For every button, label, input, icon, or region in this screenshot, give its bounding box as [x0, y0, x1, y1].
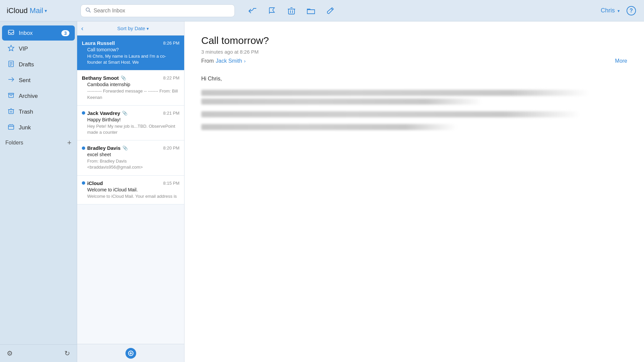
sort-label-text: Sort by Date [117, 25, 145, 31]
sidebar-item-trash[interactable]: Trash [2, 104, 75, 119]
sidebar-junk-label: Junk [19, 124, 69, 131]
email-subject-4: excel sheet [82, 152, 179, 157]
sidebar-trash-label: Trash [19, 109, 69, 115]
email-subject-3: Happy Birthday! [82, 117, 179, 122]
sidebar-item-sent[interactable]: Sent [2, 73, 75, 88]
top-right: Chris ▾ ? [601, 6, 644, 15]
detail-timestamp: 3 minutes ago at 8:26 PM [201, 49, 627, 55]
more-link[interactable]: More [615, 58, 627, 64]
user-menu[interactable]: Chris ▾ [601, 7, 620, 14]
sidebar-bottom: ⚙ ↻ [0, 344, 77, 362]
attachment-icon-3: 📎 [122, 111, 127, 116]
brand-name: iCloud [7, 6, 28, 15]
unread-dot-5 [82, 181, 85, 185]
sort-label[interactable]: Sort by Date ▾ [86, 25, 180, 31]
sent-icon [7, 76, 15, 84]
detail-subject: Call tomorrow? [201, 35, 627, 46]
blurred-line-2 [201, 99, 482, 105]
detail-body: Hi Chris, [201, 74, 627, 137]
sidebar-item-junk[interactable]: Junk [2, 120, 75, 135]
svg-rect-17 [9, 94, 13, 98]
from-chevron[interactable]: › [244, 58, 246, 64]
email-time-1: 8:26 PM [163, 41, 179, 46]
reply-button[interactable] [248, 6, 257, 15]
top-bar: iCloud Mail ▾ [0, 0, 644, 21]
back-arrow[interactable]: ‹ [81, 24, 84, 32]
email-list-header: ‹ Sort by Date ▾ [77, 21, 184, 36]
toolbar-actions [235, 6, 601, 15]
email-list-footer [77, 344, 184, 362]
sidebar-item-drafts[interactable]: Drafts [2, 57, 75, 72]
email-time-2: 8:22 PM [163, 75, 179, 80]
detail-from-row: From Jack Smith › More [201, 58, 627, 64]
app-title: iCloud Mail ▾ [0, 6, 77, 15]
email-preview-4: From: Bradley Davis <braddavis956@gmail.… [82, 158, 179, 170]
sidebar-item-inbox[interactable]: Inbox 3 [2, 25, 75, 41]
from-label: From [201, 58, 214, 64]
detail-greeting: Hi Chris, [201, 74, 627, 83]
email-sender-4: Bradley Davis [87, 145, 120, 151]
email-preview-1: Hi Chris, My name is Laura and I'm a co-… [82, 53, 179, 65]
email-preview-3: Hey Pete! My new job is...TBD. ObservePo… [82, 123, 179, 135]
email-subject-2: Cambodia internship [82, 82, 179, 87]
email-item-3[interactable]: Jack Vawdrey 📎 8:21 PM Happy Birthday! H… [77, 106, 184, 140]
junk-icon [7, 123, 15, 132]
email-time-5: 8:15 PM [163, 181, 179, 186]
search-input[interactable] [94, 8, 230, 14]
blurred-paragraph-3 [201, 124, 627, 130]
compose-bottom-button[interactable] [125, 348, 136, 359]
svg-rect-19 [9, 110, 13, 114]
attachment-icon-2: 📎 [121, 75, 126, 80]
unread-dot-3 [82, 111, 85, 115]
email-preview-2: ---------- Forwarded message -- ------- … [82, 88, 179, 100]
email-subject-5: Welcome to iCloud Mail. [82, 187, 179, 192]
attachment-icon-4: 📎 [122, 145, 128, 150]
add-folder-button[interactable]: + [67, 139, 71, 146]
refresh-icon[interactable]: ↻ [64, 349, 70, 357]
sidebar-nav: Inbox 3 VIP [0, 21, 77, 344]
blurred-line-4 [201, 124, 457, 130]
email-detail: Call tomorrow? 3 minutes ago at 8:26 PM … [184, 21, 644, 362]
settings-icon[interactable]: ⚙ [7, 349, 13, 357]
search-icon [86, 7, 91, 14]
email-sender-3: Jack Vawdrey [87, 110, 120, 116]
flag-button[interactable] [268, 6, 276, 15]
detail-from-left: From Jack Smith › [201, 58, 246, 64]
blurred-line-1 [201, 90, 589, 96]
blurred-paragraph-1 [201, 90, 627, 105]
trash-button[interactable] [287, 6, 296, 15]
email-sender-5: iCloud [87, 180, 103, 186]
svg-line-1 [89, 11, 91, 12]
compose-button[interactable] [326, 6, 335, 15]
email-item-5[interactable]: iCloud 8:15 PM Welcome to iCloud Mail. W… [77, 176, 184, 204]
sidebar-item-archive[interactable]: Archive [2, 88, 75, 104]
main-content: Inbox 3 VIP [0, 21, 644, 362]
sidebar: Inbox 3 VIP [0, 21, 77, 362]
sidebar-inbox-label: Inbox [19, 30, 57, 37]
email-sender-2: Bethany Smoot [82, 75, 119, 81]
help-button[interactable]: ? [627, 6, 636, 15]
sidebar-archive-label: Archive [19, 93, 69, 100]
search-bar[interactable] [80, 4, 235, 17]
svg-rect-24 [8, 125, 14, 129]
app-dropdown-arrow[interactable]: ▾ [45, 8, 47, 13]
email-sender-1: Laura Russell [82, 40, 115, 46]
trash-sidebar-icon [7, 108, 15, 116]
sidebar-drafts-label: Drafts [19, 61, 69, 68]
blurred-paragraph-2 [201, 111, 627, 117]
svg-line-8 [331, 8, 333, 10]
sidebar-item-vip[interactable]: VIP [2, 41, 75, 56]
sidebar-vip-label: VIP [19, 46, 69, 52]
email-item-4[interactable]: Bradley Davis 📎 8:20 PM excel sheet From… [77, 140, 184, 175]
email-preview-5: Welcome to iCloud Mail. Your email addre… [82, 193, 179, 199]
svg-marker-10 [8, 45, 14, 51]
svg-point-0 [86, 8, 90, 11]
blurred-line-3 [201, 111, 580, 117]
email-item-2[interactable]: Bethany Smoot 📎 8:22 PM Cambodia interns… [77, 70, 184, 105]
sidebar-sent-label: Sent [19, 77, 69, 84]
email-item-1[interactable]: Laura Russell 8:26 PM Call tomorrow? Hi … [77, 36, 184, 70]
from-name[interactable]: Jack Smith [216, 58, 242, 64]
folders-label: Folders [5, 140, 23, 146]
move-button[interactable] [307, 6, 315, 15]
inbox-icon [7, 29, 15, 37]
